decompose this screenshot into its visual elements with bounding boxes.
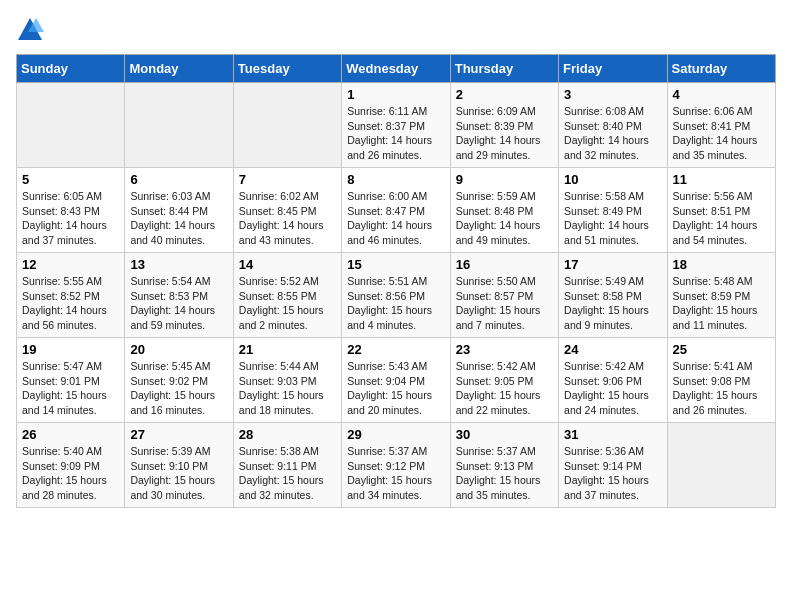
calendar-cell [233, 83, 341, 168]
calendar-cell: 23Sunrise: 5:42 AM Sunset: 9:05 PM Dayli… [450, 338, 558, 423]
day-number: 26 [22, 427, 119, 442]
header-monday: Monday [125, 55, 233, 83]
day-number: 10 [564, 172, 661, 187]
day-number: 18 [673, 257, 770, 272]
day-number: 23 [456, 342, 553, 357]
calendar-cell: 18Sunrise: 5:48 AM Sunset: 8:59 PM Dayli… [667, 253, 775, 338]
day-number: 15 [347, 257, 444, 272]
day-number: 27 [130, 427, 227, 442]
calendar-cell: 14Sunrise: 5:52 AM Sunset: 8:55 PM Dayli… [233, 253, 341, 338]
day-number: 24 [564, 342, 661, 357]
week-row-2: 5Sunrise: 6:05 AM Sunset: 8:43 PM Daylig… [17, 168, 776, 253]
calendar-cell: 1Sunrise: 6:11 AM Sunset: 8:37 PM Daylig… [342, 83, 450, 168]
day-number: 14 [239, 257, 336, 272]
day-number: 4 [673, 87, 770, 102]
week-row-5: 26Sunrise: 5:40 AM Sunset: 9:09 PM Dayli… [17, 423, 776, 508]
day-info: Sunrise: 5:39 AM Sunset: 9:10 PM Dayligh… [130, 444, 227, 503]
calendar-header-row: SundayMondayTuesdayWednesdayThursdayFrid… [17, 55, 776, 83]
week-row-4: 19Sunrise: 5:47 AM Sunset: 9:01 PM Dayli… [17, 338, 776, 423]
calendar-cell [667, 423, 775, 508]
day-info: Sunrise: 5:45 AM Sunset: 9:02 PM Dayligh… [130, 359, 227, 418]
calendar-cell: 11Sunrise: 5:56 AM Sunset: 8:51 PM Dayli… [667, 168, 775, 253]
logo-icon [16, 16, 44, 44]
day-info: Sunrise: 5:59 AM Sunset: 8:48 PM Dayligh… [456, 189, 553, 248]
calendar-cell: 4Sunrise: 6:06 AM Sunset: 8:41 PM Daylig… [667, 83, 775, 168]
day-number: 2 [456, 87, 553, 102]
day-info: Sunrise: 5:37 AM Sunset: 9:12 PM Dayligh… [347, 444, 444, 503]
calendar-cell: 2Sunrise: 6:09 AM Sunset: 8:39 PM Daylig… [450, 83, 558, 168]
week-row-1: 1Sunrise: 6:11 AM Sunset: 8:37 PM Daylig… [17, 83, 776, 168]
calendar-cell: 16Sunrise: 5:50 AM Sunset: 8:57 PM Dayli… [450, 253, 558, 338]
day-info: Sunrise: 6:09 AM Sunset: 8:39 PM Dayligh… [456, 104, 553, 163]
logo [16, 16, 48, 44]
header-sunday: Sunday [17, 55, 125, 83]
calendar-cell: 8Sunrise: 6:00 AM Sunset: 8:47 PM Daylig… [342, 168, 450, 253]
calendar-cell: 29Sunrise: 5:37 AM Sunset: 9:12 PM Dayli… [342, 423, 450, 508]
calendar-cell: 27Sunrise: 5:39 AM Sunset: 9:10 PM Dayli… [125, 423, 233, 508]
day-info: Sunrise: 5:43 AM Sunset: 9:04 PM Dayligh… [347, 359, 444, 418]
day-info: Sunrise: 5:54 AM Sunset: 8:53 PM Dayligh… [130, 274, 227, 333]
day-info: Sunrise: 5:37 AM Sunset: 9:13 PM Dayligh… [456, 444, 553, 503]
day-number: 25 [673, 342, 770, 357]
day-info: Sunrise: 5:56 AM Sunset: 8:51 PM Dayligh… [673, 189, 770, 248]
day-number: 12 [22, 257, 119, 272]
day-info: Sunrise: 5:40 AM Sunset: 9:09 PM Dayligh… [22, 444, 119, 503]
day-info: Sunrise: 5:51 AM Sunset: 8:56 PM Dayligh… [347, 274, 444, 333]
day-number: 19 [22, 342, 119, 357]
week-row-3: 12Sunrise: 5:55 AM Sunset: 8:52 PM Dayli… [17, 253, 776, 338]
page-header [16, 16, 776, 44]
day-info: Sunrise: 6:02 AM Sunset: 8:45 PM Dayligh… [239, 189, 336, 248]
day-number: 28 [239, 427, 336, 442]
day-number: 6 [130, 172, 227, 187]
day-number: 30 [456, 427, 553, 442]
calendar-cell: 17Sunrise: 5:49 AM Sunset: 8:58 PM Dayli… [559, 253, 667, 338]
day-number: 31 [564, 427, 661, 442]
calendar-cell: 20Sunrise: 5:45 AM Sunset: 9:02 PM Dayli… [125, 338, 233, 423]
day-info: Sunrise: 5:44 AM Sunset: 9:03 PM Dayligh… [239, 359, 336, 418]
calendar-cell: 26Sunrise: 5:40 AM Sunset: 9:09 PM Dayli… [17, 423, 125, 508]
calendar-cell: 9Sunrise: 5:59 AM Sunset: 8:48 PM Daylig… [450, 168, 558, 253]
calendar-cell: 3Sunrise: 6:08 AM Sunset: 8:40 PM Daylig… [559, 83, 667, 168]
day-info: Sunrise: 6:05 AM Sunset: 8:43 PM Dayligh… [22, 189, 119, 248]
day-info: Sunrise: 5:36 AM Sunset: 9:14 PM Dayligh… [564, 444, 661, 503]
day-number: 3 [564, 87, 661, 102]
day-info: Sunrise: 6:03 AM Sunset: 8:44 PM Dayligh… [130, 189, 227, 248]
day-number: 22 [347, 342, 444, 357]
calendar-cell: 15Sunrise: 5:51 AM Sunset: 8:56 PM Dayli… [342, 253, 450, 338]
day-info: Sunrise: 5:47 AM Sunset: 9:01 PM Dayligh… [22, 359, 119, 418]
day-number: 20 [130, 342, 227, 357]
calendar-cell: 24Sunrise: 5:42 AM Sunset: 9:06 PM Dayli… [559, 338, 667, 423]
calendar-cell: 22Sunrise: 5:43 AM Sunset: 9:04 PM Dayli… [342, 338, 450, 423]
day-number: 5 [22, 172, 119, 187]
calendar-cell: 5Sunrise: 6:05 AM Sunset: 8:43 PM Daylig… [17, 168, 125, 253]
day-number: 16 [456, 257, 553, 272]
calendar-cell: 19Sunrise: 5:47 AM Sunset: 9:01 PM Dayli… [17, 338, 125, 423]
day-number: 21 [239, 342, 336, 357]
day-info: Sunrise: 6:06 AM Sunset: 8:41 PM Dayligh… [673, 104, 770, 163]
calendar-cell [17, 83, 125, 168]
calendar-cell [125, 83, 233, 168]
day-info: Sunrise: 6:00 AM Sunset: 8:47 PM Dayligh… [347, 189, 444, 248]
day-info: Sunrise: 5:55 AM Sunset: 8:52 PM Dayligh… [22, 274, 119, 333]
header-tuesday: Tuesday [233, 55, 341, 83]
calendar-cell: 25Sunrise: 5:41 AM Sunset: 9:08 PM Dayli… [667, 338, 775, 423]
calendar-cell: 7Sunrise: 6:02 AM Sunset: 8:45 PM Daylig… [233, 168, 341, 253]
header-wednesday: Wednesday [342, 55, 450, 83]
day-info: Sunrise: 5:38 AM Sunset: 9:11 PM Dayligh… [239, 444, 336, 503]
day-info: Sunrise: 5:49 AM Sunset: 8:58 PM Dayligh… [564, 274, 661, 333]
day-number: 1 [347, 87, 444, 102]
day-info: Sunrise: 5:52 AM Sunset: 8:55 PM Dayligh… [239, 274, 336, 333]
day-number: 11 [673, 172, 770, 187]
calendar-cell: 6Sunrise: 6:03 AM Sunset: 8:44 PM Daylig… [125, 168, 233, 253]
calendar-cell: 12Sunrise: 5:55 AM Sunset: 8:52 PM Dayli… [17, 253, 125, 338]
calendar-cell: 28Sunrise: 5:38 AM Sunset: 9:11 PM Dayli… [233, 423, 341, 508]
day-info: Sunrise: 5:58 AM Sunset: 8:49 PM Dayligh… [564, 189, 661, 248]
calendar-cell: 30Sunrise: 5:37 AM Sunset: 9:13 PM Dayli… [450, 423, 558, 508]
day-info: Sunrise: 5:50 AM Sunset: 8:57 PM Dayligh… [456, 274, 553, 333]
day-number: 13 [130, 257, 227, 272]
day-info: Sunrise: 5:42 AM Sunset: 9:05 PM Dayligh… [456, 359, 553, 418]
day-number: 29 [347, 427, 444, 442]
calendar-cell: 21Sunrise: 5:44 AM Sunset: 9:03 PM Dayli… [233, 338, 341, 423]
day-info: Sunrise: 5:48 AM Sunset: 8:59 PM Dayligh… [673, 274, 770, 333]
day-info: Sunrise: 6:08 AM Sunset: 8:40 PM Dayligh… [564, 104, 661, 163]
